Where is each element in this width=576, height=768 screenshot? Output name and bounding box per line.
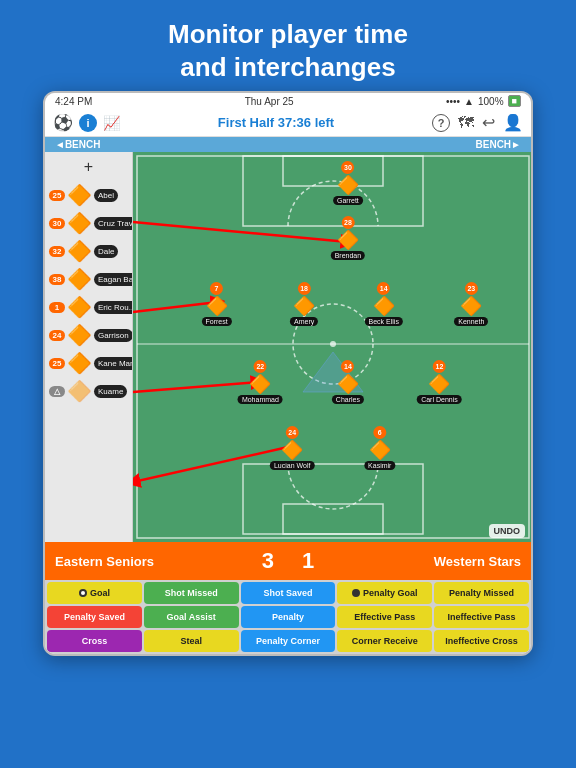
match-info-label: First Half 37:36 left bbox=[218, 115, 334, 130]
home-score: 3 bbox=[252, 548, 284, 574]
app-toolbar: ⚽ i 📈 First Half 37:36 left ? 🗺 ↩ 👤 bbox=[45, 109, 531, 137]
svg-line-9 bbox=[133, 222, 348, 242]
help-icon[interactable]: ? bbox=[432, 114, 450, 132]
player-number-badge: 32 bbox=[49, 246, 65, 257]
undo-icon[interactable]: ↩ bbox=[482, 113, 495, 132]
away-team-name: Western Stars bbox=[324, 554, 521, 569]
field-player-garrett[interactable]: 30 🔶 Garrett bbox=[333, 161, 363, 205]
action-steal[interactable]: Steal bbox=[144, 630, 239, 652]
sidebar-player-row: 38 🔶 Eagan Ball bbox=[47, 266, 130, 292]
field-player-kenneth[interactable]: 23 🔶 Kenneth bbox=[454, 282, 488, 326]
home-team-name: Eastern Seniors bbox=[55, 554, 252, 569]
field-player-carl-dennis[interactable]: 12 🔶 Carl Dennis bbox=[417, 360, 462, 404]
battery-text: 100% bbox=[478, 96, 504, 107]
away-score: 1 bbox=[292, 548, 324, 574]
player-shirt-icon: 🔶 bbox=[67, 379, 92, 403]
status-day: Thu Apr 25 bbox=[245, 96, 294, 107]
sidebar-player-row: 25 🔶 Kane Mann bbox=[47, 350, 130, 376]
bench-bar: ◄BENCH BENCH► bbox=[45, 137, 531, 152]
action-goal-assist[interactable]: Goal Assist bbox=[144, 606, 239, 628]
player-shirt-icon: 🔶 bbox=[67, 183, 92, 207]
action-ineffective-cross[interactable]: Ineffective Cross bbox=[434, 630, 529, 652]
player-shirt-icon: 🔶 bbox=[67, 211, 92, 235]
player-shirt-icon: 🔶 bbox=[67, 267, 92, 291]
player-number-badge: 24 bbox=[49, 330, 65, 341]
status-right: •••• ▲ 100% ■ bbox=[446, 95, 521, 107]
player-number-badge: 30 bbox=[49, 218, 65, 229]
field-player-forrest[interactable]: 7 🔶 Forrest bbox=[201, 282, 231, 326]
player-name-tag[interactable]: Dale bbox=[94, 245, 118, 258]
field-player-beck-ellis[interactable]: 14 🔶 Beck Ellis bbox=[365, 282, 403, 326]
header-section: Monitor player time and interchanges bbox=[0, 0, 576, 91]
field-player-brendan[interactable]: 28 🔶 Brendan bbox=[331, 216, 365, 260]
action-ineffective-pass[interactable]: Ineffective Pass bbox=[434, 606, 529, 628]
chart-icon[interactable]: 📈 bbox=[103, 115, 120, 131]
sidebar-player-row: 25 🔶 Abel bbox=[47, 182, 130, 208]
player-shirt-icon: 🔶 bbox=[67, 239, 92, 263]
header-line1: Monitor player time bbox=[168, 19, 408, 49]
action-shot-saved[interactable]: Shot Saved bbox=[241, 582, 336, 604]
action-penalty-missed[interactable]: Penalty Missed bbox=[434, 582, 529, 604]
ball-icon[interactable]: ⚽ bbox=[53, 113, 73, 132]
main-content: + 25 🔶 Abel 30 🔶 Cruz Travis 32 🔶 Dale 3… bbox=[45, 152, 531, 542]
sidebar-player-row: △ 🔶 Kuame bbox=[47, 378, 130, 404]
undo-button[interactable]: UNDO bbox=[489, 524, 526, 538]
battery-icon: ■ bbox=[508, 95, 521, 107]
action-goal[interactable]: Goal bbox=[47, 582, 142, 604]
status-bar: 4:24 PM Thu Apr 25 •••• ▲ 100% ■ bbox=[45, 93, 531, 109]
action-penalty-goal[interactable]: Penalty Goal bbox=[337, 582, 432, 604]
svg-point-3 bbox=[330, 341, 336, 347]
player-shirt-icon: 🔶 bbox=[67, 351, 92, 375]
sidebar-player-row: 30 🔶 Cruz Travis bbox=[47, 210, 130, 236]
wifi-icon: ▲ bbox=[464, 96, 474, 107]
info-icon[interactable]: i bbox=[79, 114, 97, 132]
header-line2: and interchanges bbox=[180, 52, 395, 82]
action-cross[interactable]: Cross bbox=[47, 630, 142, 652]
field-area: 30 🔶 Garrett 28 🔶 Brendan 7 🔶 Forrest 18… bbox=[133, 152, 531, 542]
player-name-tag[interactable]: Kuame bbox=[94, 385, 127, 398]
player-name-tag[interactable]: Cruz Travis bbox=[94, 217, 133, 230]
sidebar: + 25 🔶 Abel 30 🔶 Cruz Travis 32 🔶 Dale 3… bbox=[45, 152, 133, 542]
player-shirt-icon: 🔶 bbox=[67, 323, 92, 347]
player-name-tag[interactable]: Eagan Ball bbox=[94, 273, 133, 286]
device-frame: 4:24 PM Thu Apr 25 •••• ▲ 100% ■ ⚽ i 📈 F… bbox=[43, 91, 533, 656]
player-icon-toolbar[interactable]: 👤 bbox=[503, 113, 523, 132]
player-number-badge: △ bbox=[49, 386, 65, 397]
player-shirt-icon: 🔶 bbox=[67, 295, 92, 319]
player-number-badge: 25 bbox=[49, 190, 65, 201]
bench-right-label: BENCH► bbox=[476, 139, 521, 150]
toolbar-center: First Half 37:36 left bbox=[124, 115, 428, 130]
signal-icon: •••• bbox=[446, 96, 460, 107]
action-penalty-corner[interactable]: Penalty Corner bbox=[241, 630, 336, 652]
status-time: 4:24 PM bbox=[55, 96, 92, 107]
action-buttons-grid: Goal Shot Missed Shot Saved Penalty Goal… bbox=[45, 580, 531, 654]
player-number-badge: 38 bbox=[49, 274, 65, 285]
player-name-tag[interactable]: Kane Mann bbox=[94, 357, 133, 370]
field-player-kasimir[interactable]: 6 🔶 Kasimir bbox=[364, 426, 395, 470]
map-icon[interactable]: 🗺 bbox=[458, 114, 474, 132]
field-player-amery[interactable]: 18 🔶 Amery bbox=[290, 282, 318, 326]
player-name-tag[interactable]: Eric Rou... bbox=[94, 301, 133, 314]
player-name-tag[interactable]: Garrison bbox=[94, 329, 133, 342]
field-player-charles[interactable]: 14 🔶 Charles bbox=[332, 360, 364, 404]
add-player-button[interactable]: + bbox=[47, 156, 130, 178]
sidebar-player-row: 1 🔶 Eric Rou... bbox=[47, 294, 130, 320]
sidebar-player-row: 24 🔶 Garrison bbox=[47, 322, 130, 348]
action-shot-missed[interactable]: Shot Missed bbox=[144, 582, 239, 604]
player-number-badge: 1 bbox=[49, 302, 65, 313]
player-name-tag[interactable]: Abel bbox=[94, 189, 118, 202]
player-number-badge: 25 bbox=[49, 358, 65, 369]
action-penalty-saved[interactable]: Penalty Saved bbox=[47, 606, 142, 628]
action-corner-receive[interactable]: Corner Receive bbox=[337, 630, 432, 652]
field-markings bbox=[133, 152, 531, 542]
field-player-mohammad[interactable]: 22 🔶 Mohammad bbox=[238, 360, 283, 404]
bench-left-label: ◄BENCH bbox=[55, 139, 100, 150]
score-bar: Eastern Seniors 3 1 Western Stars bbox=[45, 542, 531, 580]
svg-rect-6 bbox=[243, 464, 423, 534]
field-player-lucian-wolf[interactable]: 24 🔶 Lucian Wolf bbox=[270, 426, 314, 470]
toolbar-left: ⚽ i 📈 bbox=[53, 113, 120, 132]
action-penalty[interactable]: Penalty bbox=[241, 606, 336, 628]
toolbar-right: ? 🗺 ↩ 👤 bbox=[432, 113, 523, 132]
action-effective-pass[interactable]: Effective Pass bbox=[337, 606, 432, 628]
sidebar-player-row: 32 🔶 Dale bbox=[47, 238, 130, 264]
